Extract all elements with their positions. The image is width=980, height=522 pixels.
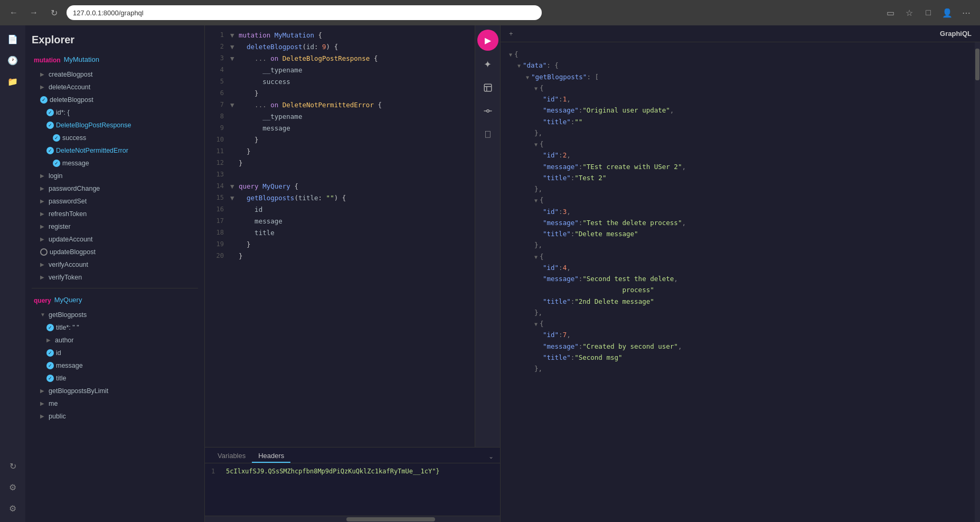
tree-item-author[interactable]: ▶ author bbox=[30, 334, 200, 347]
tree-item-id-field[interactable]: ✓ id bbox=[30, 347, 200, 359]
tree-item-getBlogposts[interactable]: ▼ getBlogposts bbox=[30, 309, 200, 321]
arrow-icon: ▶ bbox=[40, 412, 46, 421]
activity-refresh[interactable]: ↻ bbox=[3, 456, 22, 476]
item-label: login bbox=[49, 171, 62, 181]
merge-button[interactable] bbox=[478, 101, 497, 120]
code-line-12: 12 } bbox=[205, 157, 475, 169]
json-line: }, bbox=[509, 183, 966, 194]
tree-item-createBlogpost[interactable]: ▶ createBlogpost bbox=[30, 68, 200, 81]
json-line: "title": "2nd Delete message" bbox=[509, 296, 966, 307]
run-icon: ▶ bbox=[485, 35, 491, 45]
query-editor-content[interactable]: 1 ▼ mutation MyMutation { 2 ▼ deleteBlog… bbox=[205, 25, 475, 447]
item-label: success bbox=[62, 133, 86, 143]
forward-button[interactable]: → bbox=[26, 5, 41, 20]
tree-item-register[interactable]: ▶ register bbox=[30, 220, 200, 233]
activity-history[interactable]: 🕐 bbox=[3, 51, 22, 70]
prettify-button[interactable]: ✦ bbox=[478, 55, 497, 74]
editor-toolbar: ▶ ✦ ⎕ bbox=[475, 25, 500, 447]
code-line-19: 19 } bbox=[205, 239, 475, 250]
activity-keys[interactable]: ⚙ bbox=[3, 478, 22, 497]
tree-item-public[interactable]: ▶ public bbox=[30, 410, 200, 423]
item-label: deleteBlogpost bbox=[50, 95, 93, 105]
activity-docs[interactable]: 📄 bbox=[3, 30, 22, 49]
item-label: message bbox=[62, 158, 89, 169]
tree-item-id[interactable]: ✓ id*: { bbox=[30, 106, 200, 119]
json-line: "title": "Delete message" bbox=[509, 228, 966, 239]
profile-button[interactable]: 👤 bbox=[940, 5, 955, 20]
json-line: "title": "" bbox=[509, 116, 966, 127]
tree-item-me[interactable]: ▶ me bbox=[30, 397, 200, 410]
tree-item-deleteAccount[interactable]: ▶ deleteAccount bbox=[30, 81, 200, 94]
tree-item-DeleteNotPermittedError[interactable]: ✓ DeleteNotPermittedError bbox=[30, 144, 200, 157]
result-panel[interactable]: ▼{ ▼"data": { ▼"getBlogposts": [ ▼{ "id"… bbox=[501, 42, 975, 522]
check-icon: ✓ bbox=[46, 375, 54, 382]
json-line: ▼{ bbox=[509, 49, 966, 60]
var-line-num: 1 bbox=[211, 468, 220, 475]
json-line: "id": 7, bbox=[509, 329, 966, 340]
code-line-20: 20 } bbox=[205, 250, 475, 262]
tree-item-passwordSet[interactable]: ▶ passwordSet bbox=[30, 195, 200, 208]
json-line: "id": 3, bbox=[509, 206, 966, 217]
tree-item-getBlogpostsByLimit[interactable]: ▶ getBlogpostsByLimit bbox=[30, 385, 200, 397]
code-block: 1 ▼ mutation MyMutation { 2 ▼ deleteBlog… bbox=[205, 25, 475, 266]
activity-bar: 📄 🕐 📁 ↻ ⚙ ⚙ bbox=[0, 25, 25, 522]
json-line: }, bbox=[509, 363, 966, 374]
copy-button[interactable]: ⎕ bbox=[478, 125, 497, 144]
json-line: "message": "Second test the delete proce… bbox=[509, 273, 966, 296]
json-line: ▼{ bbox=[509, 194, 966, 206]
variables-chevron[interactable]: ⌄ bbox=[488, 453, 494, 460]
tree-item-passwordChange[interactable]: ▶ passwordChange bbox=[30, 182, 200, 195]
tree-item-DeleteBlogPostResponse[interactable]: ✓ DeleteBlogPostResponse bbox=[30, 119, 200, 132]
explorer-title: Explorer bbox=[30, 34, 200, 46]
mutation-name[interactable]: MyMutation bbox=[64, 55, 99, 63]
code-line-1: 1 ▼ mutation MyMutation { bbox=[205, 30, 475, 41]
history-button[interactable] bbox=[478, 78, 497, 97]
extensions-button[interactable]: □ bbox=[921, 5, 936, 20]
query-name[interactable]: MyQuery bbox=[54, 296, 82, 304]
menu-button[interactable]: ⋯ bbox=[959, 5, 974, 20]
json-line: "title": "Test 2" bbox=[509, 172, 966, 183]
run-button[interactable]: ▶ bbox=[477, 30, 498, 51]
check-icon: ✓ bbox=[53, 160, 60, 167]
tree-item-message-field[interactable]: ✓ message bbox=[30, 359, 200, 372]
check-icon: ✓ bbox=[46, 324, 54, 331]
arrow-icon: ▶ bbox=[40, 83, 46, 91]
tree-item-success[interactable]: ✓ success bbox=[30, 132, 200, 144]
tree-item-title-field[interactable]: ✓ title bbox=[30, 372, 200, 385]
check-icon: ✓ bbox=[46, 362, 54, 369]
tree-item-title-param[interactable]: ✓ title*: " " bbox=[30, 321, 200, 334]
code-line-8: 8 __typename bbox=[205, 111, 475, 123]
tree-item-verifyAccount[interactable]: ▶ verifyAccount bbox=[30, 258, 200, 271]
item-label: register bbox=[49, 221, 71, 232]
tree-item-message[interactable]: ✓ message bbox=[30, 157, 200, 170]
activity-settings[interactable]: ⚙ bbox=[3, 499, 22, 518]
arrow-icon: ▶ bbox=[40, 260, 46, 269]
split-view-button[interactable]: ▭ bbox=[883, 5, 898, 20]
tree-item-updateAccount[interactable]: ▶ updateAccount bbox=[30, 233, 200, 246]
tree-item-refreshToken[interactable]: ▶ refreshToken bbox=[30, 208, 200, 220]
refresh-button[interactable]: ↻ bbox=[46, 5, 61, 20]
check-icon: ✓ bbox=[46, 122, 54, 129]
tree-item-updateBlogpost[interactable]: updateBlogpost bbox=[30, 246, 200, 258]
item-label: verifyToken bbox=[49, 272, 82, 283]
url-bar[interactable] bbox=[67, 5, 542, 20]
plus-button[interactable]: + bbox=[509, 30, 513, 38]
tree-item-login[interactable]: ▶ login bbox=[30, 170, 200, 182]
item-label: getBlogposts bbox=[49, 310, 87, 320]
activity-collections[interactable]: 📁 bbox=[3, 72, 22, 91]
tab-headers[interactable]: Headers bbox=[252, 450, 290, 463]
tab-variables[interactable]: Variables bbox=[211, 450, 252, 463]
v-scrollbar[interactable] bbox=[975, 42, 980, 522]
h-scrollbar-thumb[interactable] bbox=[346, 517, 435, 521]
back-button[interactable]: ← bbox=[6, 5, 21, 20]
json-line: "message": "Original user update", bbox=[509, 105, 966, 116]
tree-item-verifyToken[interactable]: ▶ verifyToken bbox=[30, 271, 200, 284]
tree-item-deleteBlogpost[interactable]: ✓ deleteBlogpost bbox=[30, 94, 200, 106]
bookmark-button[interactable]: ☆ bbox=[902, 5, 917, 20]
json-line: "title": "Second msg" bbox=[509, 352, 966, 363]
result-header: + GraphiQL bbox=[501, 25, 980, 42]
arrow-icon: ▶ bbox=[40, 197, 46, 206]
code-line-18: 18 title bbox=[205, 227, 475, 239]
check-icon: ✓ bbox=[46, 349, 54, 357]
h-scrollbar[interactable] bbox=[205, 516, 500, 522]
